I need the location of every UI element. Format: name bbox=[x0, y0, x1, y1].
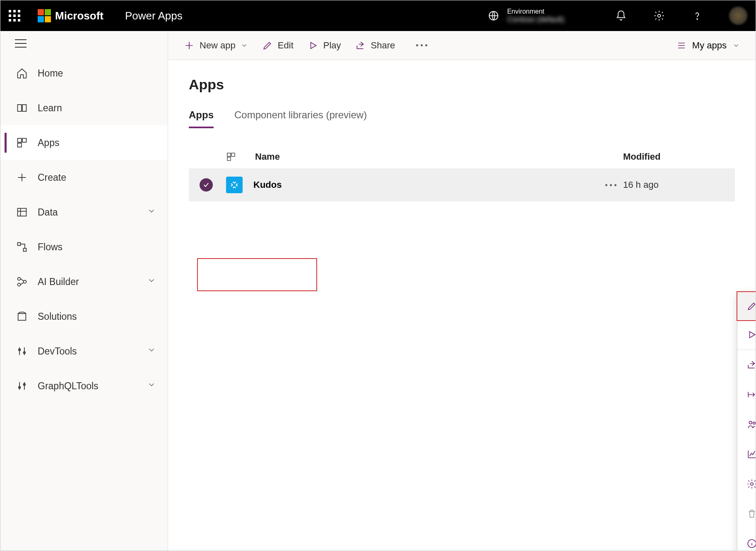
sidebar: Home Learn Apps Create Data Flows AI Bui… bbox=[0, 31, 168, 551]
view-picker[interactable]: My apps bbox=[677, 40, 740, 51]
environment-picker[interactable]: Environment Contoso (default) bbox=[487, 8, 564, 24]
play-icon bbox=[308, 40, 318, 51]
svg-point-21 bbox=[753, 422, 755, 424]
svg-rect-3 bbox=[18, 139, 22, 142]
sidebar-item-apps[interactable]: Apps bbox=[0, 125, 168, 160]
sidebar-item-label: Data bbox=[38, 207, 58, 218]
share-label: Share bbox=[371, 40, 395, 51]
svg-point-9 bbox=[18, 278, 21, 280]
edit-label: Edit bbox=[278, 40, 294, 51]
table-row[interactable]: Kudos 16 h ago bbox=[189, 168, 735, 201]
teams-icon bbox=[746, 419, 756, 430]
waffle-icon[interactable] bbox=[9, 10, 20, 22]
sidebar-item-flows[interactable]: Flows bbox=[0, 230, 168, 264]
tab-component-libraries[interactable]: Component libraries (preview) bbox=[234, 109, 367, 128]
ctx-settings[interactable]: Settings bbox=[737, 469, 756, 499]
sidebar-item-home[interactable]: Home bbox=[0, 56, 168, 91]
play-label: Play bbox=[323, 40, 341, 51]
sidebar-item-label: GraphQLTools bbox=[38, 381, 99, 392]
sidebar-item-solutions[interactable]: Solutions bbox=[0, 299, 168, 334]
svg-rect-7 bbox=[18, 243, 21, 246]
chevron-down-icon bbox=[241, 42, 248, 49]
data-icon bbox=[16, 206, 28, 218]
notifications-icon[interactable] bbox=[615, 10, 627, 22]
list-icon bbox=[677, 41, 686, 50]
ctx-teams[interactable]: Add to Teams bbox=[737, 410, 756, 439]
main-area: New app Edit Play Share My apps bbox=[168, 31, 756, 551]
ctx-details[interactable]: Details bbox=[737, 529, 756, 551]
sidebar-item-create[interactable]: Create bbox=[0, 160, 168, 195]
svg-rect-8 bbox=[24, 249, 26, 252]
svg-rect-17 bbox=[227, 153, 231, 156]
ctx-export[interactable]: Export package (preview) bbox=[737, 380, 756, 410]
more-commands-button[interactable] bbox=[409, 44, 434, 46]
ctx-analytics[interactable]: Analytics (preview) bbox=[737, 439, 756, 469]
info-icon bbox=[746, 538, 756, 549]
sidebar-item-label: Apps bbox=[38, 137, 59, 149]
row-more-button[interactable] bbox=[598, 184, 623, 186]
new-app-button[interactable]: New app bbox=[184, 40, 248, 51]
product-name: Power Apps bbox=[125, 10, 183, 22]
ctx-share[interactable]: Share bbox=[737, 350, 756, 380]
flow-icon bbox=[16, 241, 28, 253]
svg-point-10 bbox=[24, 280, 26, 283]
book-icon bbox=[16, 102, 28, 114]
export-icon bbox=[746, 389, 756, 400]
tab-apps[interactable]: Apps bbox=[189, 109, 214, 128]
tab-bar: Apps Component libraries (preview) bbox=[189, 109, 735, 129]
ctx-edit[interactable]: Edit bbox=[737, 291, 756, 321]
svg-point-2 bbox=[697, 19, 698, 19]
sidebar-item-learn[interactable]: Learn bbox=[0, 91, 168, 125]
sidebar-item-label: Create bbox=[38, 172, 66, 183]
svg-rect-5 bbox=[18, 143, 22, 147]
help-icon[interactable] bbox=[691, 10, 703, 22]
svg-point-22 bbox=[751, 483, 754, 486]
type-column-icon bbox=[226, 152, 255, 162]
share-button[interactable]: Share bbox=[355, 40, 395, 51]
avatar[interactable] bbox=[729, 7, 747, 25]
chevron-down-icon bbox=[732, 42, 740, 49]
sidebar-item-label: Solutions bbox=[38, 311, 77, 322]
svg-point-20 bbox=[749, 421, 752, 424]
page-title: Apps bbox=[189, 77, 735, 93]
solutions-icon bbox=[16, 311, 28, 322]
gear-icon bbox=[746, 479, 756, 489]
trash-icon bbox=[746, 508, 756, 519]
ctx-delete: Delete bbox=[737, 499, 756, 529]
svg-rect-12 bbox=[18, 314, 26, 320]
ai-icon bbox=[16, 276, 28, 287]
column-modified[interactable]: Modified bbox=[623, 151, 727, 162]
environment-value: Contoso (default) bbox=[507, 15, 564, 24]
pencil-icon bbox=[262, 40, 273, 51]
tools-icon bbox=[16, 345, 28, 357]
settings-icon[interactable] bbox=[653, 10, 665, 22]
column-name[interactable]: Name bbox=[255, 151, 623, 162]
ctx-play[interactable]: Play bbox=[737, 320, 756, 350]
view-label: My apps bbox=[692, 40, 727, 51]
share-icon bbox=[355, 40, 366, 51]
share-icon bbox=[746, 359, 756, 370]
pencil-icon bbox=[746, 301, 756, 311]
svg-point-11 bbox=[18, 283, 21, 286]
sidebar-item-label: Learn bbox=[38, 103, 62, 114]
top-bar: Microsoft Power Apps Environment Contoso… bbox=[0, 0, 756, 31]
brand: Microsoft bbox=[38, 9, 104, 22]
chevron-down-icon bbox=[147, 345, 156, 357]
row-name: Kudos bbox=[253, 180, 598, 190]
plus-icon bbox=[184, 40, 195, 51]
sidebar-item-data[interactable]: Data bbox=[0, 195, 168, 230]
sidebar-item-devtools[interactable]: DevTools bbox=[0, 334, 168, 369]
sidebar-item-aibuilder[interactable]: AI Builder bbox=[0, 264, 168, 299]
microsoft-logo-icon bbox=[38, 9, 51, 22]
edit-button[interactable]: Edit bbox=[262, 40, 294, 51]
analytics-icon bbox=[746, 449, 756, 460]
sidebar-item-label: Flows bbox=[38, 242, 63, 253]
new-app-label: New app bbox=[200, 40, 236, 51]
plus-icon bbox=[16, 172, 28, 183]
play-button[interactable]: Play bbox=[308, 40, 341, 51]
chevron-down-icon bbox=[147, 206, 156, 218]
row-checkbox[interactable] bbox=[200, 178, 213, 192]
environment-label: Environment bbox=[507, 8, 564, 15]
sidebar-item-graphqltools[interactable]: GraphQLTools bbox=[0, 369, 168, 403]
hamburger-icon[interactable] bbox=[15, 39, 26, 48]
